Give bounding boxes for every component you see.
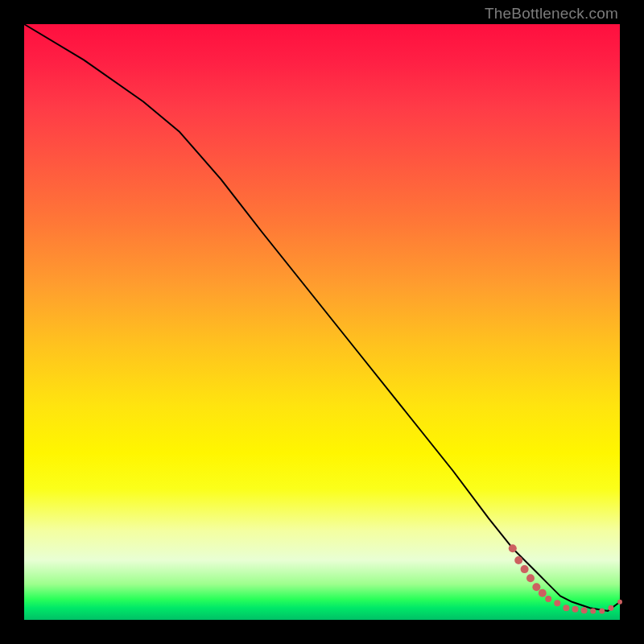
tail-dot: [608, 605, 613, 611]
tail-dot: [572, 606, 579, 613]
chart-frame: TheBottleneck.com: [0, 0, 644, 644]
tail-dot: [526, 574, 535, 582]
watermark-text: TheBottleneck.com: [485, 5, 618, 23]
chart-svg: [24, 24, 620, 620]
tail-dot: [617, 600, 622, 605]
tail-dot: [539, 589, 547, 597]
tail-dot: [532, 583, 540, 591]
tail-dot: [521, 565, 529, 573]
plot-area: [24, 24, 620, 620]
tail-dot: [545, 596, 551, 602]
tail-dot: [554, 600, 560, 606]
tail-dot: [563, 605, 569, 611]
bottleneck-curve: [24, 24, 620, 611]
tail-dot: [599, 608, 605, 613]
tail-dot-group: [509, 544, 622, 613]
tail-dot: [509, 544, 517, 552]
tail-dot: [590, 608, 596, 613]
tail-dot: [581, 607, 588, 613]
tail-dot: [514, 556, 522, 564]
